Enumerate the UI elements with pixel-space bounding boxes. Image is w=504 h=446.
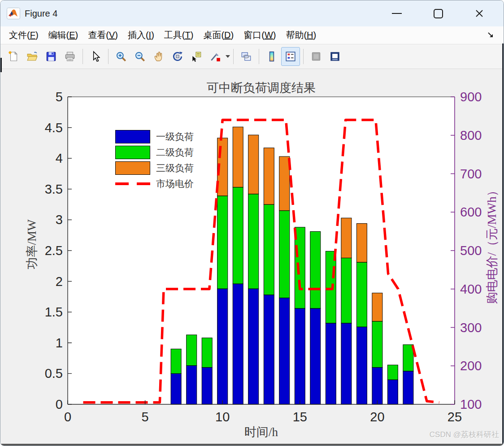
hand-pan-icon: [153, 51, 165, 62]
screen-edge-artifact: [0, 444, 504, 446]
legend-item-price: 市场电价: [115, 177, 194, 191]
menubar: 文件(F) 编辑(E) 查看(V) 插入(I) 工具(T) 桌面(D) 窗口(W…: [0, 26, 504, 44]
y-right-tick-label: 800: [460, 128, 482, 143]
y-right-tick-label: 700: [460, 167, 482, 181]
toolbar-separator: [303, 49, 304, 64]
menu-item-desktop[interactable]: 桌面(D): [198, 28, 239, 42]
titlebar: Figure 4: [0, 0, 504, 26]
bar-segment: [372, 293, 382, 321]
toolbar: [0, 44, 504, 69]
y-tick-label: 3: [56, 212, 63, 227]
new-document-icon: [8, 51, 19, 62]
y-tick-label: 4.5: [45, 121, 63, 135]
maximize-icon: [434, 9, 443, 18]
y-tick-label: 3.5: [45, 182, 63, 196]
x-tick-label: 15: [293, 410, 307, 424]
toolbar-separator: [259, 49, 259, 64]
screen-edge-artifact: [502, 43, 504, 444]
chart-title: 可中断负荷调度结果: [68, 80, 455, 96]
legend-item-level1: 一级负荷: [115, 130, 194, 143]
link-plot-button[interactable]: [237, 47, 256, 66]
window-title: Figure 4: [25, 9, 57, 19]
menu-item-window[interactable]: 窗口(W): [239, 28, 281, 42]
y-tick-label: 2: [56, 274, 63, 289]
insert-legend-button[interactable]: [281, 47, 300, 66]
menu-item-tools[interactable]: 工具(T): [159, 28, 199, 42]
dock-figure-arrow-icon[interactable]: [487, 31, 495, 40]
bar-segment: [171, 349, 181, 374]
bar-segment: [279, 211, 290, 298]
legend-swatch-level3: [115, 161, 150, 175]
bar-segment: [326, 323, 336, 404]
rotate-3d-icon: [172, 51, 183, 62]
legend-dash-swatch: [115, 182, 150, 185]
x-tick-label: 0: [64, 410, 71, 424]
y-right-tick-label: 400: [460, 282, 482, 296]
y-axis-label-right: 购电电价/（元/MWh）: [484, 159, 497, 329]
bar-segment: [295, 308, 305, 404]
figure-canvas: 00.511.522.533.544.551002003004005006007…: [0, 69, 504, 446]
brush-icon: [209, 51, 221, 62]
maximize-button[interactable]: [429, 4, 447, 22]
rotate-3d-button[interactable]: [168, 47, 187, 66]
bar-segment: [326, 251, 336, 323]
bar-segment: [372, 321, 382, 368]
y-tick-label: 1: [56, 336, 63, 350]
matlab-logo-icon: [7, 8, 20, 19]
x-tick-label: 10: [215, 410, 230, 424]
menu-item-insert[interactable]: 插入(I): [123, 28, 159, 42]
save-figure-button[interactable]: [42, 47, 61, 66]
bar-segment: [403, 345, 413, 371]
bar-segment: [233, 187, 243, 284]
zoom-in-button[interactable]: [112, 47, 130, 66]
bar-segment: [217, 289, 228, 404]
show-plot-tools-button[interactable]: [326, 47, 344, 66]
open-folder-icon: [26, 51, 38, 62]
bar-segment: [202, 338, 212, 368]
bar-segment: [279, 298, 290, 404]
insert-colorbar-button[interactable]: [262, 47, 281, 66]
bar-segment: [217, 196, 228, 289]
menu-item-file[interactable]: 文件(F): [4, 28, 43, 42]
bar-segment: [387, 380, 398, 404]
window-controls: [388, 4, 504, 22]
bar-segment: [387, 365, 398, 380]
y-tick-label: 5: [56, 90, 63, 104]
plot-area[interactable]: 00.511.522.533.544.551002003004005006007…: [0, 69, 504, 446]
pan-button[interactable]: [149, 47, 168, 66]
plot-tools-dock-icon: [329, 51, 341, 62]
bar-segment: [202, 368, 212, 404]
toolbar-separator: [233, 49, 234, 64]
legend-label-level3: 三级负荷: [156, 162, 194, 174]
print-figure-button[interactable]: [61, 47, 79, 66]
edit-plot-button[interactable]: [86, 47, 105, 66]
minimize-button[interactable]: [388, 4, 406, 22]
menu-item-edit[interactable]: 编辑(E): [43, 28, 83, 42]
open-file-button[interactable]: [23, 47, 42, 66]
legend[interactable]: 一级负荷 二级负荷 三级负荷 市场电价: [115, 130, 194, 193]
x-tick-label: 5: [142, 410, 149, 424]
zoom-out-button[interactable]: [130, 47, 149, 66]
bar-segment: [403, 371, 413, 404]
bar-segment: [248, 135, 259, 194]
bar-segment: [356, 262, 367, 327]
x-tick-label: 20: [370, 410, 384, 424]
menu-item-view[interactable]: 查看(V): [83, 28, 123, 42]
close-button[interactable]: [470, 4, 488, 22]
hide-plot-tools-button[interactable]: [307, 47, 326, 66]
menu-item-help[interactable]: 帮助(H): [281, 28, 321, 42]
brush-data-button[interactable]: [206, 47, 225, 66]
y-tick-label: 0.5: [45, 366, 63, 381]
y-tick-label: 1.5: [45, 305, 63, 319]
new-figure-button[interactable]: [4, 47, 23, 66]
printer-icon: [64, 51, 76, 62]
bar-segment: [341, 323, 352, 404]
y-right-tick-label: 500: [460, 243, 482, 258]
y-right-tick-label: 300: [460, 320, 482, 335]
bar-segment: [264, 204, 274, 295]
brush-dropdown-icon[interactable]: [226, 55, 230, 58]
legend-item-level2: 二级负荷: [115, 146, 194, 159]
legend-swatch-level2: [115, 146, 150, 159]
bar-segment: [356, 327, 367, 404]
data-cursor-button[interactable]: [187, 47, 206, 66]
